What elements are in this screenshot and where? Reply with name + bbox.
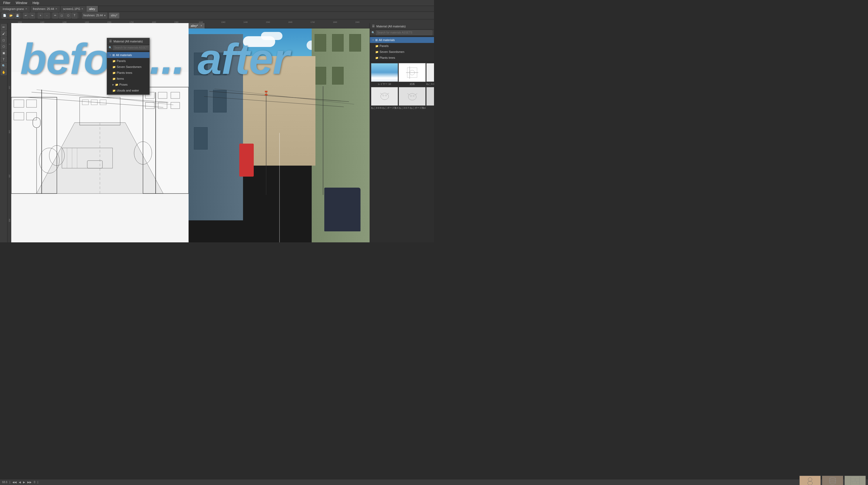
filter-menu[interactable]: Filter [2, 1, 11, 5]
pencil-tool[interactable]: ✏ [1, 24, 7, 30]
thumb-neko4[interactable] [426, 87, 434, 110]
before-panel: 0 100 200 300 400 before... [7, 23, 189, 242]
breadcrumb-close[interactable]: ✕ [104, 14, 106, 17]
breadcrumb-tab-alley[interactable]: alley* [109, 12, 119, 19]
folder-items-1: 📁 [113, 77, 116, 80]
right-tree-area: ▼ ⊞ All materials 📁 Panels 📁 Seven Sword… [370, 36, 434, 62]
tab-close-instagram[interactable]: ✕ [25, 7, 27, 10]
right-panels-item[interactable]: 📁 Panels [370, 43, 434, 49]
tool-btn-2[interactable]: ◻ [59, 12, 65, 19]
right-search-bar: 🔍 [370, 30, 434, 36]
thumb-img-neko3 [399, 87, 426, 106]
tool-btn-4[interactable]: T [72, 12, 78, 19]
panels-item-1[interactable]: 📁 Panels [107, 58, 149, 64]
fill-tool[interactable]: ▣ [1, 50, 7, 56]
tab-screen[interactable]: screen1.1PG ✕ [60, 6, 86, 12]
expand-arrow-1: ▼ [109, 54, 111, 56]
zoom-tool[interactable]: 🔍 [1, 63, 7, 69]
right-folder-all-icon: ⊞ [375, 38, 378, 42]
right-materials-panel: ☰ Material (All materials) 🔍 ▼ ⊞ All mat… [370, 23, 434, 62]
right-search-input[interactable] [376, 30, 432, 35]
toolbar-sep-2 [36, 13, 36, 18]
right-folder-plants: 📁 [375, 56, 378, 59]
floating-materials-1: ☰ Material (All materials) 🔍 ▼ ⊞ All mat… [107, 38, 150, 95]
tab-freshmen[interactable]: freshmen: 25:44 ✕ [30, 6, 61, 12]
right-folder-panels: 📁 [375, 45, 378, 48]
toolbar-sep-3 [51, 13, 51, 18]
eraser-tool[interactable]: ◻ [1, 37, 7, 43]
undo-btn[interactable]: ↩ [23, 12, 29, 19]
thumb-img-neko1 [426, 63, 434, 82]
seven-swordsmen-item-1[interactable]: 📁 Seven Swordsmen [107, 64, 149, 70]
help-menu[interactable]: Help [31, 1, 40, 5]
redo-btn[interactable]: ↪ [29, 12, 35, 19]
thumb-neko2[interactable]: ねこ3-0-8-ねこポーズ集3 [371, 87, 398, 110]
open-btn[interactable]: 📂 [8, 12, 14, 19]
svg-point-45 [381, 93, 389, 100]
right-seven-item[interactable]: 📁 Seven Swordsmen [370, 49, 434, 55]
right-folder-seven: 📁 [375, 51, 378, 53]
folder-icon-all-1: ⊞ [113, 53, 115, 57]
folder-plants-1: 📁 [113, 72, 116, 74]
ruler-top: 10001140128014201560170018401980 1240134… [0, 19, 434, 23]
brush-tool[interactable]: 🖌 [1, 31, 7, 36]
alley-tab-bar: alley* ▼ [189, 23, 370, 28]
colored-canvas: after [189, 23, 370, 242]
all-materials-item-1[interactable]: ▼ ⊞ All materials [107, 52, 149, 58]
search-bar-1: 🔍 [107, 45, 149, 51]
alley-tab-arrow[interactable]: ▼ [200, 24, 203, 27]
poses-item-1[interactable]: ▶ 📁 Poses [107, 82, 149, 87]
after-label: after [198, 34, 289, 84]
clouds-item-1[interactable]: 📁 clouds and water [107, 87, 149, 93]
window-menu[interactable]: Window [15, 1, 28, 5]
thumb-svg-neko2 [378, 90, 391, 103]
thumb-neko3[interactable]: ねこ3-0-7-ねこポーズ集e [399, 87, 426, 110]
left-toolbar: ✏ 🖌 ◻ ⬡ ▣ T 🔍 ✋ [0, 23, 7, 242]
breadcrumb-tab-freshmen[interactable]: freshmen: 25:44 ✕ [82, 12, 107, 19]
tab-close-freshmen[interactable]: ✕ [55, 7, 57, 10]
right-all-materials[interactable]: ▼ ⊞ All materials [370, 37, 434, 43]
thumb-painting[interactable]: 絵画 [399, 63, 426, 86]
poses-arrow-1: ▶ [113, 83, 114, 86]
canvas-area: alley* ▼ 0 100 200 300 400 before... [7, 23, 370, 242]
tool-btn-1[interactable]: ✏ [52, 12, 58, 19]
new-btn[interactable]: 📄 [2, 12, 7, 19]
plants-item-1[interactable]: 📁 Plants trees [107, 70, 149, 76]
search-input-1[interactable] [113, 45, 150, 50]
car [324, 188, 361, 231]
svg-point-50 [408, 93, 416, 100]
alley-tab-active[interactable]: alley* ▼ [189, 23, 205, 28]
main-toolbar: 📄 📂 💾 ↩ ↪ + - ✏ ◻ ⬡ T freshmen: 25:44 ✕ … [0, 12, 434, 19]
tab-instagram[interactable]: instagram grano ✕ [0, 6, 30, 12]
svg-line-53 [407, 93, 409, 95]
svg-point-47 [385, 95, 386, 96]
thumb-img-neko2 [371, 87, 398, 106]
items-item-1[interactable]: 📁 Items [107, 76, 149, 82]
select-tool[interactable]: ⬡ [1, 44, 7, 49]
right-panel-icon: ☰ [372, 24, 375, 28]
text-tool[interactable]: T [1, 56, 7, 62]
thumb-layer10[interactable]: レイヤー 10 [371, 63, 398, 86]
thumb-img-neko4 [426, 87, 434, 106]
floating-panel-header-1: ☰ Material (All materials) [107, 38, 149, 45]
panel-icon-1: ☰ [109, 39, 112, 43]
tab-alley[interactable]: alley [86, 6, 98, 12]
folder-seven-1: 📁 [113, 65, 116, 68]
right-search-icon: 🔍 [372, 31, 375, 34]
sketch-canvas: before... [11, 23, 189, 242]
road [216, 133, 343, 242]
toolbar-sep-4 [79, 13, 79, 18]
hand-tool[interactable]: ✋ [1, 69, 7, 75]
zoom-in-btn[interactable]: + [37, 12, 43, 19]
thumb-neko1[interactable]: ねこ3-10-ねこポーズ集e [426, 63, 434, 86]
svg-point-51 [410, 95, 411, 96]
right-plants-item[interactable]: 📁 Plants trees [370, 55, 434, 61]
folder-poses-1: 📁 [115, 83, 118, 86]
tab-close-screen[interactable]: ✕ [81, 7, 84, 10]
after-panel: after [189, 23, 370, 242]
tab-bar-1: instagram grano ✕ freshmen: 25:44 ✕ scre… [0, 6, 434, 12]
tool-btn-3[interactable]: ⬡ [65, 12, 71, 19]
zoom-out-btn[interactable]: - [44, 12, 50, 19]
thumb-svg-neko3 [406, 90, 419, 103]
save-btn[interactable]: 💾 [14, 12, 20, 19]
